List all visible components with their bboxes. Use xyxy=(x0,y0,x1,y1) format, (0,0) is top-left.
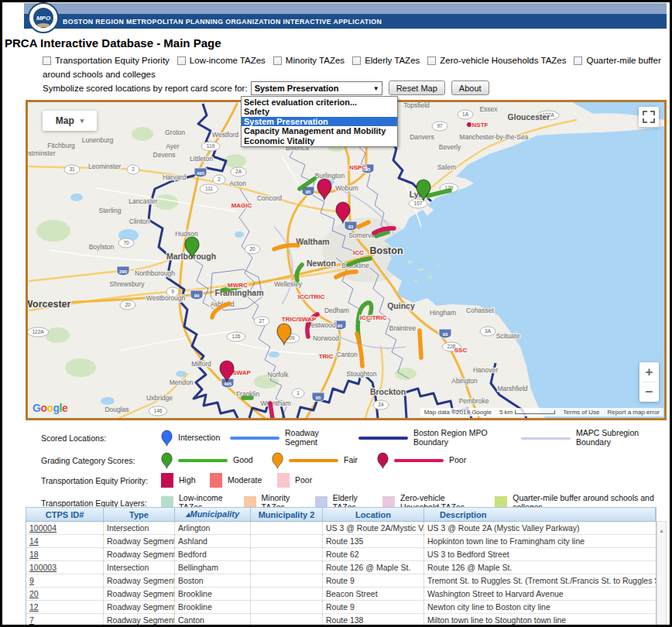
cell: Route 138 xyxy=(323,614,424,626)
legend-item: MAPC Subregion Boundary xyxy=(521,429,653,447)
google-logo-letter: o xyxy=(46,402,53,414)
table-row[interactable]: 20Roadway SegmentBrooklineBeacon StreetW… xyxy=(26,588,656,601)
cell: Intersection xyxy=(104,522,175,534)
column-header-5[interactable]: Description xyxy=(424,508,656,521)
subregion-label: ICC/TRIC xyxy=(298,293,325,300)
map-city-label: Woburn xyxy=(335,184,358,192)
legend-item-label: Poor xyxy=(449,456,466,465)
zoom-out-button[interactable]: − xyxy=(639,382,659,402)
table-row[interactable]: 12Roadway SegmentBrooklineRoute 9Newton … xyxy=(26,601,656,614)
about-button[interactable]: About xyxy=(451,81,489,95)
scored-segment-poor[interactable] xyxy=(270,403,273,418)
cell xyxy=(251,561,323,574)
report-map-error-link[interactable]: Report a map error xyxy=(603,408,663,416)
terms-of-use-link[interactable]: Terms of Use xyxy=(559,408,603,416)
scored-segment-fair[interactable] xyxy=(420,331,421,358)
criterion-dropdown-list: Select evaluation criterion...SafetySyst… xyxy=(241,96,398,147)
map-city-label: Westborough xyxy=(146,294,186,302)
map-city-label: Boylston xyxy=(89,243,115,251)
cell xyxy=(251,548,323,560)
table-row[interactable]: 100003IntersectionBellinghamRoute 126 @ … xyxy=(26,561,656,574)
route-shield-number: 107 xyxy=(414,200,423,206)
legend-item-label: MAPC Subregion Boundary xyxy=(576,429,653,447)
map-city-label: Norwood xyxy=(313,334,339,342)
subregion-label: TRIC xyxy=(319,353,334,360)
dropdown-option-1[interactable]: Safety xyxy=(242,107,397,116)
route-shield-number: 3A xyxy=(485,328,492,334)
table-row[interactable]: 18Roadway SegmentBedfordRoute 62US 3 to … xyxy=(26,548,656,561)
map-city-label: Milford xyxy=(191,360,211,368)
map-city-label: Uxbridge xyxy=(146,394,173,402)
layer-checkbox-item: Elderly TAZes xyxy=(352,56,420,65)
scored-segment-good[interactable] xyxy=(362,259,370,260)
cell: 100004 xyxy=(26,522,104,534)
ctps-id-link[interactable]: 18 xyxy=(29,550,39,559)
map-type-label: Map xyxy=(56,115,74,126)
route-shield-number: 24 xyxy=(378,402,384,407)
subregion-label: MAGIC xyxy=(231,202,252,209)
scroll-up-icon[interactable]: ▲ xyxy=(659,528,664,533)
cell xyxy=(251,535,323,547)
column-header-0[interactable]: CTPS ID# xyxy=(26,508,104,521)
ctps-id-link[interactable]: 20 xyxy=(29,589,39,598)
table-scrollbar[interactable]: ▲ xyxy=(657,521,667,627)
cell xyxy=(251,601,323,613)
table-row[interactable]: 14Roadway SegmentAshlandRoute 135Hopkint… xyxy=(26,535,656,548)
map-city-label: Groton xyxy=(165,128,185,136)
dropdown-option-3[interactable]: Capacity Management and Mobility xyxy=(242,126,397,135)
map-city-label: Leominster xyxy=(88,163,121,170)
cell: Roadway Segment xyxy=(104,614,175,626)
banner-title: BOSTON REGION METROPOLITAN PLANNING ORGA… xyxy=(63,18,382,26)
legend-item: Roadway Segment xyxy=(230,429,358,447)
dropdown-option-0[interactable]: Select evaluation criterion... xyxy=(242,98,397,107)
map-copyright: Map data ©2019 Google xyxy=(420,408,495,416)
ctps-id-link[interactable]: 7 xyxy=(29,615,34,625)
layer-checkbox-1[interactable] xyxy=(177,57,186,65)
column-header-1[interactable]: Type xyxy=(104,508,175,521)
map-city-label: Brockton xyxy=(370,387,406,396)
dropdown-option-4[interactable]: Economic Vitality xyxy=(242,136,397,146)
map-legend: Scored Locations:IntersectionRoadway Seg… xyxy=(41,427,670,516)
layer-checkbox-5[interactable] xyxy=(574,57,582,65)
column-header-2[interactable]: ▴Municipality xyxy=(175,508,251,521)
interstate-shield-number: 495 xyxy=(197,171,205,176)
cell: Bedford xyxy=(175,548,251,560)
map-city-label: Lunenburg xyxy=(82,136,114,144)
map-type-button[interactable]: Map ▾ xyxy=(43,111,97,131)
table-row[interactable]: 7Roadway SegmentCantonRoute 138Milton to… xyxy=(26,614,656,627)
map-city-label: Acton xyxy=(229,180,246,187)
ctps-id-link[interactable]: 12 xyxy=(29,602,39,612)
reset-map-button[interactable]: Reset Map xyxy=(389,81,445,95)
layer-checkbox-0[interactable] xyxy=(43,57,51,65)
ctps-id-link[interactable]: 100004 xyxy=(29,523,57,533)
legend-item: Boston Region MPO Boundary xyxy=(358,429,521,447)
map-city-label: Norfolk xyxy=(268,371,290,379)
ctps-id-link[interactable]: 100003 xyxy=(29,563,57,572)
cell: Ashland xyxy=(175,535,251,547)
cell: 20 xyxy=(26,588,104,600)
map-canvas[interactable]: 3121192A21117092020271261091241291071A97… xyxy=(28,102,664,418)
grade-pin-icon xyxy=(161,452,173,469)
column-header-3[interactable]: Municipality 2 xyxy=(251,508,323,521)
table-row[interactable]: 9Roadway SegmentBostonRoute 9Tremont St.… xyxy=(26,574,656,588)
google-logo[interactable]: Google xyxy=(33,402,67,414)
map-city-label: Cohasset xyxy=(466,307,495,314)
fullscreen-button[interactable] xyxy=(639,107,659,127)
layer-checkbox-2[interactable] xyxy=(273,57,282,65)
dropdown-option-2[interactable]: System Preservation xyxy=(242,117,397,126)
interstate-shield-number: 95 xyxy=(338,324,343,328)
route-shield-number: 20 xyxy=(249,246,255,252)
legend-line-swatch xyxy=(289,459,338,462)
zoom-in-button[interactable]: + xyxy=(639,362,659,382)
ctps-id-link[interactable]: 14 xyxy=(29,536,39,546)
map-city-label: Concord xyxy=(257,194,282,202)
layer-checkbox-3[interactable] xyxy=(352,57,361,65)
column-header-4[interactable]: Location xyxy=(323,508,424,521)
map-container[interactable]: 3121192A21117092020271261091241291071A97… xyxy=(26,100,667,420)
layer-checkbox-4[interactable] xyxy=(427,57,436,65)
table-row[interactable]: 100004IntersectionArlingtonUS 3 @ Route … xyxy=(26,522,656,535)
cell: Arlington xyxy=(175,522,251,534)
select-arrow-icon: ▼ xyxy=(373,85,379,92)
criterion-select[interactable]: System Preservation ▼ xyxy=(251,81,382,95)
ctps-id-link[interactable]: 9 xyxy=(29,576,34,585)
